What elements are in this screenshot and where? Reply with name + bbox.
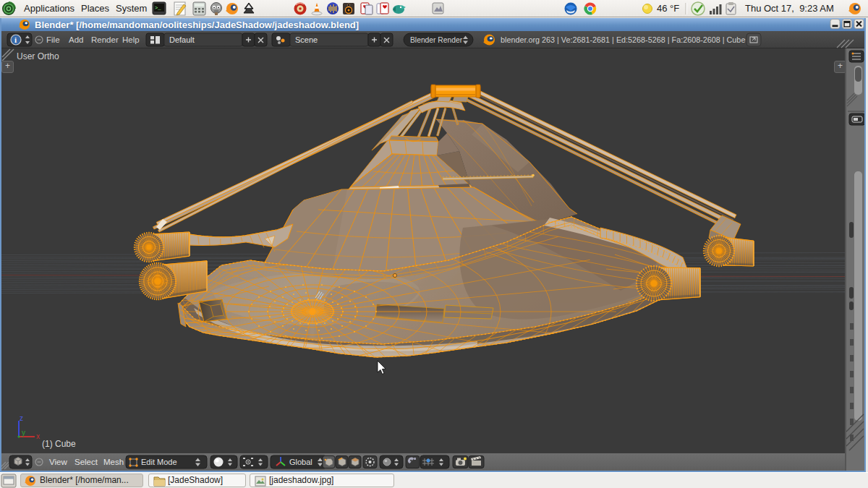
svg-text:Edit Mode: Edit Mode	[141, 458, 177, 466]
svg-text:i: i	[14, 35, 17, 44]
svg-text:Blender Render: Blender Render	[410, 36, 463, 44]
svg-text:Global: Global	[289, 458, 312, 466]
svg-text:Default: Default	[169, 35, 195, 44]
svg-text:blender.org 263 | Ve:2681-2681: blender.org 263 | Ve:2681-2681 | Ed:5268…	[501, 35, 745, 44]
svg-text:x: x	[36, 432, 40, 440]
svg-text:y: y	[22, 429, 25, 437]
svg-text:>_: >_	[155, 5, 161, 11]
svg-text:z: z	[20, 414, 23, 422]
svg-text:Scene: Scene	[295, 35, 318, 44]
